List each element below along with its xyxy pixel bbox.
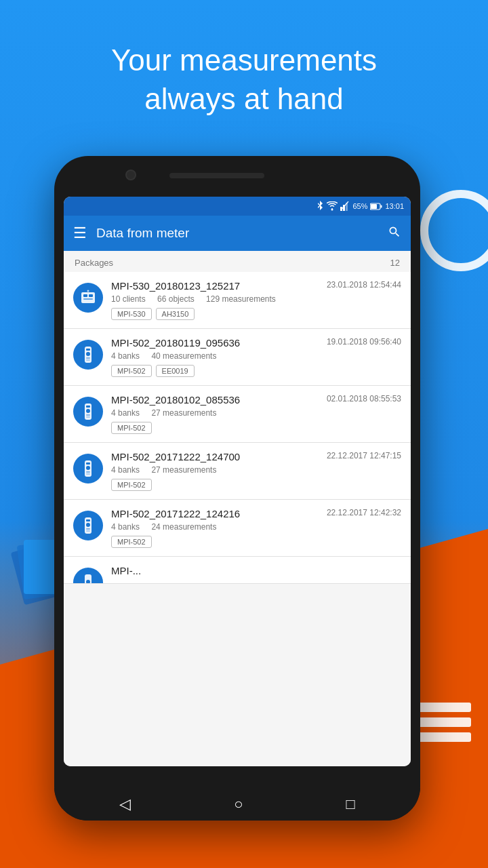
headline-line2: always at hand	[144, 82, 344, 115]
packages-header: Packages 12	[64, 251, 411, 272]
stat-banks: 4 banks	[111, 408, 140, 418]
item-tags: MPI-502	[111, 422, 401, 434]
phone-frame: 65% 13:01 ☰ Data from meter	[54, 156, 420, 821]
svg-rect-30	[86, 462, 90, 465]
time-text: 13:01	[385, 202, 404, 210]
home-button[interactable]: ○	[227, 789, 249, 820]
item-icon-meter2	[73, 511, 103, 540]
list-item[interactable]: MPI-502_20180102_085536 02.01.2018 08:55…	[64, 386, 411, 443]
svg-rect-23	[86, 359, 90, 361]
item-content: MPI-530_20180123_125217 23.01.2018 12:54…	[111, 280, 401, 320]
wifi-icon	[327, 201, 338, 211]
item-stats: 10 clients 66 objects 129 measurements	[111, 294, 401, 304]
item-tags: MPI-502	[111, 536, 401, 548]
svg-point-40	[86, 580, 90, 584]
app-title: Data from meter	[96, 226, 378, 241]
item-content: MPI-502_20180102_085536 02.01.2018 08:55…	[111, 394, 401, 434]
item-header: MPI-502_20180119_095636 19.01.2018 09:56…	[111, 337, 401, 349]
list-item[interactable]: MPI-530_20180123_125217 23.01.2018 12:54…	[64, 272, 411, 329]
svg-rect-5	[417, 732, 471, 742]
recent-button[interactable]: □	[340, 789, 362, 820]
item-icon-meter2	[73, 340, 103, 370]
tag: MPI-502	[111, 479, 152, 491]
status-icons: 65% 13:01	[316, 201, 404, 212]
svg-rect-25	[86, 406, 90, 408]
item-icon-meter2	[73, 397, 103, 427]
stat-measurements: 24 measurements	[151, 522, 216, 532]
svg-rect-22	[86, 357, 90, 359]
phone-speaker	[169, 173, 264, 178]
list-item[interactable]: MPI-502_20171222_124700 22.12.2017 12:47…	[64, 443, 411, 500]
svg-rect-28	[86, 416, 90, 418]
phone-camera	[125, 170, 136, 180]
search-button[interactable]	[388, 225, 401, 242]
headline-line1: Your measurements	[111, 43, 377, 77]
stat-banks: 4 banks	[111, 351, 140, 361]
svg-rect-37	[86, 528, 90, 530]
back-button[interactable]: ◁	[113, 789, 138, 820]
svg-rect-16	[89, 294, 93, 297]
svg-rect-35	[86, 519, 90, 521]
item-date: 02.01.2018 08:55:53	[327, 394, 401, 403]
svg-rect-15	[83, 294, 87, 297]
item-date: 19.01.2018 09:56:40	[327, 337, 401, 347]
svg-point-26	[86, 409, 90, 413]
phone-screen: 65% 13:01 ☰ Data from meter	[64, 197, 411, 766]
item-name: MPI-502_20180119_095636	[111, 337, 321, 349]
item-name: MPI-530_20180123_125217	[111, 280, 321, 292]
svg-point-6	[331, 209, 333, 211]
svg-point-18	[87, 290, 89, 292]
item-header: MPI-530_20180123_125217 23.01.2018 12:54…	[111, 280, 401, 292]
svg-rect-20	[86, 349, 90, 351]
stat-measurements: 27 measurements	[151, 465, 216, 475]
svg-rect-13	[381, 205, 382, 208]
item-stats: 4 banks 24 measurements	[111, 522, 401, 532]
tag: MPI-502	[111, 536, 152, 548]
packages-label: Packages	[75, 258, 113, 268]
item-stats: 4 banks 27 measurements	[111, 465, 401, 475]
stat-measurements: 27 measurements	[151, 408, 216, 418]
item-stats: 4 banks 27 measurements	[111, 408, 401, 418]
stat-measurements: 129 measurements	[206, 294, 276, 304]
item-date: 22.12.2017 12:47:15	[327, 451, 401, 460]
deco-stripes	[417, 703, 471, 746]
signal-icon	[340, 201, 350, 211]
item-header: MPI-...	[111, 565, 401, 576]
item-icon-meter1	[73, 283, 103, 313]
menu-button[interactable]: ☰	[73, 224, 87, 242]
tag: MPI-530	[111, 308, 152, 320]
content-area: Packages 12	[64, 251, 411, 766]
svg-rect-33	[86, 473, 90, 475]
item-tags: MPI-530 AH3150	[111, 308, 401, 320]
item-header: MPI-502_20171222_124700 22.12.2017 12:47…	[111, 451, 401, 462]
battery-icon	[370, 203, 382, 210]
item-content: MPI-502_20180119_095636 19.01.2018 09:56…	[111, 337, 401, 377]
battery-text: 65%	[352, 202, 367, 210]
packages-list: MPI-530_20180123_125217 23.01.2018 12:54…	[64, 272, 411, 584]
svg-point-36	[86, 523, 90, 527]
bluetooth-icon	[316, 201, 324, 212]
stat-banks: 4 banks	[111, 465, 140, 475]
svg-point-31	[86, 466, 90, 470]
stat-banks: 4 banks	[111, 522, 140, 532]
stat-clients: 10 clients	[111, 294, 146, 304]
stat-measurements: 40 measurements	[151, 351, 216, 361]
list-item[interactable]: MPI-...	[64, 557, 411, 584]
item-header: MPI-502_20171222_124216 22.12.2017 12:42…	[111, 508, 401, 519]
item-tags: MPI-502 EE0019	[111, 365, 401, 377]
list-item[interactable]: MPI-502_20171222_124216 22.12.2017 12:42…	[64, 500, 411, 557]
svg-rect-12	[371, 204, 377, 209]
stat-objects: 66 objects	[157, 294, 195, 304]
svg-rect-4	[417, 717, 471, 727]
svg-rect-32	[86, 471, 90, 473]
svg-rect-14	[81, 292, 95, 303]
tag: MPI-502	[111, 422, 152, 434]
app-bar: ☰ Data from meter	[64, 216, 411, 251]
svg-rect-3	[417, 703, 471, 712]
item-tags: MPI-502	[111, 479, 401, 491]
list-item[interactable]: MPI-502_20180119_095636 19.01.2018 09:56…	[64, 329, 411, 386]
packages-count: 12	[390, 258, 400, 268]
item-name: MPI-502_20171222_124216	[111, 508, 321, 519]
nav-bar: ◁ ○ □	[54, 788, 420, 821]
item-header: MPI-502_20180102_085536 02.01.2018 08:55…	[111, 394, 401, 406]
